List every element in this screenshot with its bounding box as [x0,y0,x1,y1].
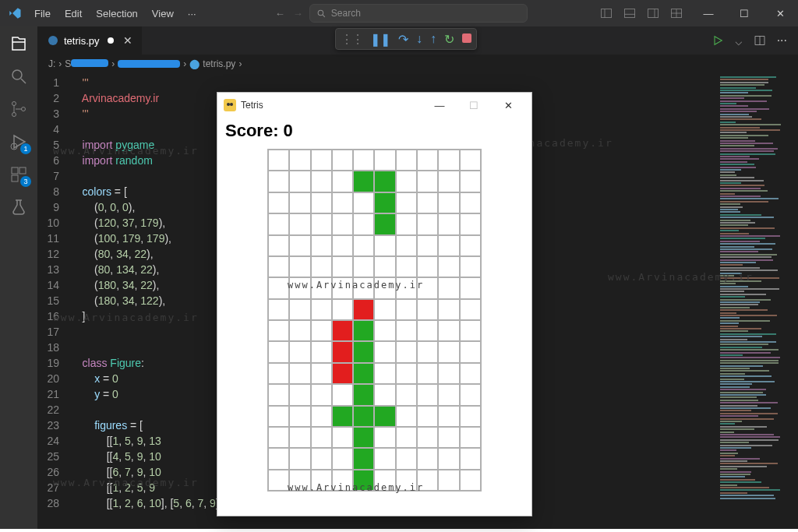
menu-file[interactable]: File [28,5,57,23]
tetris-cell [396,363,417,384]
search-icon-side[interactable] [8,65,30,87]
tetris-cell [438,406,459,427]
tetris-cell [332,150,353,171]
tetris-cell [460,171,481,192]
tetris-cell [417,299,438,320]
tetris-cell [289,406,310,427]
menu-view[interactable]: View [146,5,180,23]
vscode-logo-icon [8,6,22,20]
tetris-cell [417,448,438,469]
explorer-icon[interactable] [8,33,30,55]
tetris-app-icon [224,99,236,111]
menu-edit[interactable]: Edit [58,5,88,23]
tetris-cell [374,150,395,171]
layout-right-icon[interactable] [647,7,659,19]
svg-point-26 [227,103,230,106]
tetris-cell [374,341,395,362]
tetris-cell [353,406,374,427]
breadcrumb-redacted [118,60,180,68]
tetris-cell [374,299,395,320]
tetris-cell [332,341,353,362]
tetris-minimize[interactable]: — [422,94,457,116]
debug-stop-icon[interactable] [462,32,471,46]
tetris-cell [332,363,353,384]
tetris-cell [289,448,310,469]
tetris-cell [311,406,332,427]
debug-restart-icon[interactable]: ↻ [444,32,454,47]
tetris-close[interactable]: ✕ [491,94,525,116]
tetris-cell [417,427,438,448]
tab-tetris[interactable]: tetris.py ✕ [37,26,143,55]
breadcrumb[interactable]: J: › S › › ⬤ tetris.py › [37,55,798,73]
layout-grid-icon[interactable] [670,7,683,19]
tetris-score: Score: 0 [217,118,531,149]
nav-back-icon[interactable]: ← [275,8,285,19]
split-editor-icon[interactable] [754,34,766,47]
debug-badge: 1 [20,143,31,154]
source-control-icon[interactable] [8,98,30,120]
nav-forward-icon[interactable]: → [293,8,303,19]
tetris-cell [332,235,353,256]
tetris-cell [396,427,417,448]
tetris-cell [268,235,289,256]
breadcrumb-seg: S [65,58,108,69]
tetris-cell [438,150,459,171]
svg-point-0 [318,10,323,16]
tetris-cell [396,470,417,491]
debug-step-out-icon[interactable]: ↑ [430,32,436,46]
tetris-maximize[interactable]: ☐ [457,94,491,116]
debug-step-into-icon[interactable]: ↓ [416,32,422,46]
window-close[interactable]: ✕ [762,0,798,26]
layout-bottom-icon[interactable] [623,7,636,19]
tetris-cell [332,256,353,277]
tetris-cell [396,192,417,213]
window-minimize[interactable]: — [690,0,726,26]
menu-selection[interactable]: Selection [90,5,143,23]
tetris-cell [460,299,481,320]
debug-drag-icon[interactable]: ⋮⋮ [341,32,362,47]
tetris-title: Tetris [241,100,263,111]
line-gutter: 1234567891011121314151617181920212223242… [37,75,70,529]
tetris-cell [460,235,481,256]
tetris-cell [396,171,417,192]
run-icon[interactable] [711,34,724,47]
minimap[interactable] [717,73,798,529]
tetris-cell [353,384,374,405]
command-search[interactable]: Search [309,4,528,23]
debug-toolbar[interactable]: ⋮⋮ ❚❚ ↷ ↓ ↑ ↻ [335,28,477,50]
tetris-cell [438,299,459,320]
tetris-cell [374,470,395,491]
svg-point-27 [230,103,233,106]
debug-icon[interactable]: 1 [8,131,30,153]
tab-close-icon[interactable]: ✕ [123,34,132,47]
testing-icon[interactable] [8,196,30,218]
tetris-cell [374,384,395,405]
tetris-cell [311,256,332,277]
tetris-cell [268,277,289,298]
tetris-cell [289,363,310,384]
tetris-cell [311,171,332,192]
tetris-cell [311,448,332,469]
layout-left-icon[interactable] [600,7,613,19]
menu-more[interactable]: ··· [182,5,203,23]
tetris-window: Tetris — ☐ ✕ Score: 0 www.Arvinacademy.i… [217,92,532,516]
editor-more-icon[interactable]: ··· [777,33,787,48]
debug-pause-icon[interactable]: ❚❚ [370,32,390,47]
search-placeholder: Search [331,8,361,19]
tetris-cell [289,320,310,341]
debug-step-over-icon[interactable]: ↷ [398,32,408,47]
tetris-titlebar[interactable]: Tetris — ☐ ✕ [217,93,531,118]
tetris-cell [268,171,289,192]
tetris-cell [460,363,481,384]
svg-rect-25 [224,99,236,111]
run-dropdown-icon[interactable]: ⌵ [735,33,743,48]
tetris-cell [268,363,289,384]
breadcrumb-drive: J: [48,58,55,69]
tetris-cell [353,320,374,341]
extensions-icon[interactable]: 3 [8,164,30,185]
tetris-cell [353,277,374,298]
tetris-cell [268,406,289,427]
tetris-cell [460,427,481,448]
tetris-cell [374,427,395,448]
window-maximize[interactable]: ☐ [726,0,762,26]
